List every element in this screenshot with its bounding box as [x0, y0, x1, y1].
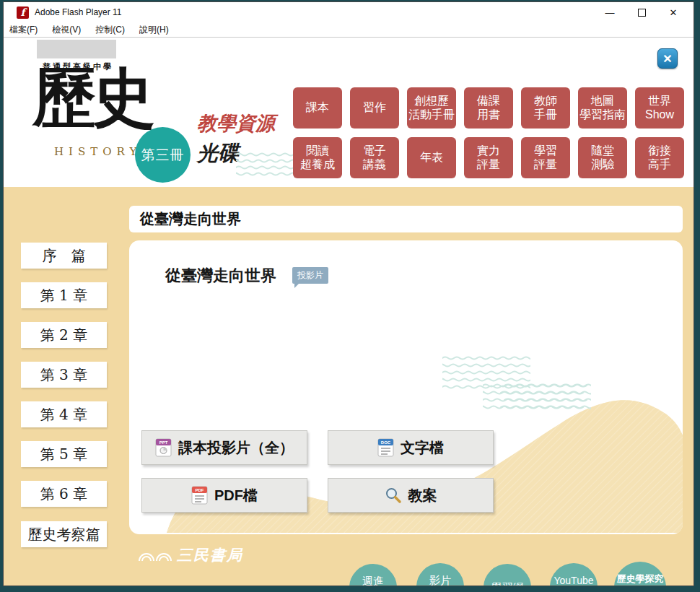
resource-nav-grid: 課本 習作 創想歷 活動手冊 備課 用書 教師 手冊 地圖 學習指南 世界 Sh… — [293, 87, 684, 178]
nav-lesson-prep-button[interactable]: 備課 用書 — [464, 87, 513, 129]
svg-text:PDF: PDF — [196, 488, 204, 492]
content-panel: 從臺灣走向世界 投影片 PPT — [129, 240, 683, 534]
menu-file[interactable]: 檔案(F) — [9, 24, 38, 36]
history-logo-subtitle: HISTORY — [54, 145, 141, 158]
pdf-file-button[interactable]: PDF PDF檔 — [141, 478, 307, 513]
nav-reading-button[interactable]: 閱讀 超養成 — [293, 137, 342, 178]
unit-heading: 從臺灣走向世界 — [165, 265, 276, 287]
youtube-channel-link[interactable]: YouTube 頻道 — [550, 563, 598, 586]
action-button-grid: PPT 課本投影片（全） DOC — [141, 430, 494, 513]
flash-icon: f — [17, 6, 29, 19]
flash-player-window: f Adobe Flash Player 11 — ✕ 檔案(F) 檢視(V) … — [3, 1, 694, 586]
nav-electure-button[interactable]: 電子 講義 — [350, 137, 399, 178]
video-list-link[interactable]: 影片 清單 — [416, 563, 464, 586]
nav-map-guide-button[interactable]: 地圖 學習指南 — [578, 87, 627, 129]
action-button-label: 課本投影片（全） — [178, 438, 294, 458]
action-button-label: 教案 — [408, 486, 437, 505]
menu-view[interactable]: 檢視(V) — [52, 24, 81, 36]
ppt-file-icon: PPT — [155, 438, 172, 457]
flash-stage: 普通型高級中學 歷史 HISTORY 第三冊 教學資源 光碟 ✕ 課本 習作 創… — [4, 38, 694, 586]
nav-workbook-button[interactable]: 習作 — [350, 87, 399, 129]
publisher-logo: 三民書局 — [138, 545, 243, 565]
history-research-link[interactable]: 歷史學探究 數位教材 分享平臺 — [614, 562, 666, 586]
action-button-label: PDF檔 — [214, 486, 258, 505]
learning-site-link[interactable]: 學習網 — [484, 564, 531, 586]
sidebar-item-intro[interactable]: 序 篇 — [21, 243, 107, 269]
nav-timeline-button[interactable]: 年表 — [407, 137, 456, 178]
volume-badge: 第三冊 — [135, 127, 191, 183]
nav-quiz-button[interactable]: 隨堂 測驗 — [578, 137, 627, 178]
lesson-plan-button[interactable]: 教案 — [328, 478, 494, 513]
menu-bar: 檔案(F) 檢視(V) 控制(C) 說明(H) — [4, 22, 694, 38]
sidebar-item-survey[interactable]: 歷史考察篇 — [21, 521, 107, 547]
doc-file-icon: DOC — [377, 438, 394, 457]
nav-activity-book-button[interactable]: 創想歷 活動手冊 — [407, 87, 456, 129]
nav-world-show-button[interactable]: 世界 Show — [635, 87, 684, 129]
slides-badge: 投影片 — [292, 267, 328, 284]
sidebar-item-ch5[interactable]: 第 5 章 — [21, 441, 107, 467]
wave-decoration — [483, 382, 591, 424]
publisher-name: 三民書局 — [177, 545, 243, 565]
disc-label: 光碟 — [197, 139, 239, 168]
slides-all-button[interactable]: PPT 課本投影片（全） — [141, 430, 307, 465]
sidebar-item-ch3[interactable]: 第 3 章 — [21, 362, 107, 388]
window-titlebar: f Adobe Flash Player 11 — ✕ — [4, 2, 694, 22]
nav-learning-test-button[interactable]: 學習 評量 — [521, 137, 570, 178]
app-close-button[interactable]: ✕ — [657, 48, 678, 69]
content-background: 序 篇 第 1 章 第 2 章 第 3 章 第 4 章 第 5 章 第 6 章 … — [4, 187, 694, 586]
sidebar-item-ch1[interactable]: 第 1 章 — [21, 282, 107, 308]
minimize-button[interactable]: — — [594, 3, 626, 22]
nav-textbook-button[interactable]: 課本 — [293, 87, 342, 129]
window-title: Adobe Flash Player 11 — [35, 7, 122, 17]
menu-help[interactable]: 說明(H) — [139, 24, 169, 36]
svg-text:DOC: DOC — [381, 440, 391, 445]
sidebar-item-ch6[interactable]: 第 6 章 — [21, 481, 107, 507]
close-button[interactable]: ✕ — [657, 3, 689, 22]
nav-teacher-manual-button[interactable]: 教師 手冊 — [521, 87, 570, 129]
wave-decoration — [236, 151, 298, 180]
history-logo-title: 歷史 — [32, 66, 151, 129]
nav-ability-test-button[interactable]: 實力 評量 — [464, 137, 513, 178]
teaching-resource-label: 教學資源 — [197, 110, 275, 136]
pdf-file-icon: PDF — [191, 486, 208, 505]
sidebar-item-ch2[interactable]: 第 2 章 — [21, 322, 107, 348]
svg-text:PPT: PPT — [159, 440, 168, 445]
nav-bridging-button[interactable]: 銜接 高手 — [635, 137, 684, 178]
weekly-schedule-link[interactable]: 週進 度表 — [349, 564, 397, 586]
action-button-label: 文字檔 — [401, 438, 444, 458]
rainbow-arcs-icon — [138, 548, 172, 562]
history-research-title: 歷史學探究 — [617, 573, 664, 585]
magnifier-icon — [385, 487, 402, 504]
maximize-button[interactable] — [626, 3, 657, 22]
text-file-button[interactable]: DOC 文字檔 — [328, 430, 494, 465]
section-title-bar: 從臺灣走向世界 — [129, 206, 683, 232]
maximize-icon — [638, 9, 646, 17]
menu-control[interactable]: 控制(C) — [95, 24, 125, 36]
sidebar-item-ch4[interactable]: 第 4 章 — [21, 401, 107, 427]
logo-placeholder — [37, 40, 116, 58]
